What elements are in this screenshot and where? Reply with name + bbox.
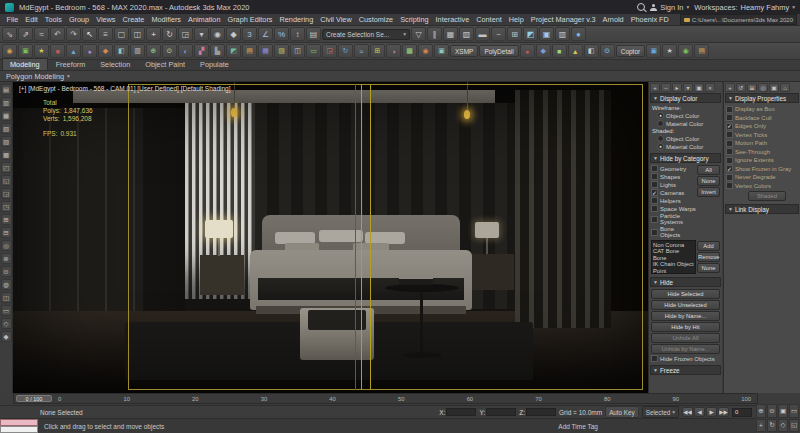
z-field[interactable] <box>526 408 556 416</box>
radio-icon[interactable] <box>657 120 664 127</box>
checkbox[interactable] <box>726 174 733 181</box>
menu-item[interactable]: Views <box>93 15 119 24</box>
toolbar2-icon[interactable]: ▙ <box>210 44 225 58</box>
bind-to-spacewarp-icon[interactable]: ≈ <box>34 27 49 41</box>
panel-button-disabled[interactable]: Unhide All <box>651 333 720 343</box>
panel-button[interactable]: Remove <box>697 252 720 262</box>
checkbox[interactable] <box>726 114 733 121</box>
polygon-modeling-strip[interactable]: Polygon Modeling ▾ <box>0 71 800 82</box>
side-toolbar-icon[interactable]: ▩ <box>1 149 12 160</box>
schematic-view-icon[interactable]: ⊞ <box>507 27 522 41</box>
checkbox[interactable] <box>726 182 733 189</box>
menu-item[interactable]: Scripting <box>397 15 432 24</box>
add-time-tag[interactable]: Add Time Tag <box>558 423 598 430</box>
maxscript-mini-listener-pink[interactable] <box>0 419 38 426</box>
panel-button-disabled[interactable]: Unhide by Name... <box>651 344 720 354</box>
workspace-selector[interactable]: Workspaces: Heamy Fahmy ▾ <box>694 3 795 12</box>
side-toolbar-icon[interactable]: ▤ <box>1 84 12 95</box>
layer-explorer-icon[interactable]: ▧ <box>459 27 474 41</box>
sign-in-button[interactable]: Sign In ▾ <box>650 3 689 12</box>
menu-item[interactable]: Animation <box>185 15 224 24</box>
side-toolbar-icon[interactable]: ▦ <box>1 110 12 121</box>
select-object-icon[interactable]: ↖ <box>82 27 97 41</box>
menu-item[interactable]: Group <box>65 15 92 24</box>
panel-button[interactable]: Hide Selected <box>651 289 720 299</box>
side-toolbar-icon[interactable]: ▭ <box>1 305 12 316</box>
menu-item[interactable]: Modifiers <box>148 15 185 24</box>
tab-object-paint[interactable]: Object Paint <box>138 59 192 70</box>
reference-coordinate-icon[interactable]: ▾ <box>194 27 209 41</box>
panel-toolbar-icon[interactable]: + <box>650 83 660 92</box>
toolbar2-icon[interactable]: ▦ <box>258 44 273 58</box>
property-row[interactable]: ✓ Show Frozen in Gray <box>726 165 798 172</box>
menu-item[interactable]: Civil View <box>317 15 356 24</box>
toolbar2-icon[interactable]: ◫ <box>290 44 305 58</box>
window-crossing-icon[interactable]: ◫ <box>130 27 145 41</box>
search-icon[interactable] <box>637 3 645 11</box>
listbox-item[interactable]: Point <box>653 268 694 274</box>
property-row[interactable]: Display as Box <box>726 106 798 113</box>
side-toolbar-icon[interactable]: ◱ <box>1 175 12 186</box>
panel-toolbar-icon[interactable]: × <box>705 83 715 92</box>
track-bar[interactable]: 0 / 100 0102030405060708090100 <box>13 393 758 404</box>
category-listbox[interactable]: Non CoronaCAT BoneBoneIK Chain ObjectPoi… <box>651 240 696 274</box>
toolbar2-icon[interactable]: ■ <box>552 44 567 58</box>
render-setup-icon[interactable]: ▣ <box>539 27 554 41</box>
radio-option[interactable]: Material Color <box>657 120 720 127</box>
utilities-tab-icon[interactable]: ⌂ <box>780 83 790 92</box>
property-row[interactable]: See-Through <box>726 148 798 155</box>
toolbar2-icon[interactable]: ⊞ <box>370 44 385 58</box>
menu-item[interactable]: Create <box>119 15 148 24</box>
unlink-selection-icon[interactable]: ⇗ <box>18 27 33 41</box>
toolbar2-icon[interactable]: ● <box>82 44 97 58</box>
toolbar2-icon[interactable]: ▣ <box>646 44 661 58</box>
menu-item[interactable]: Customize <box>355 15 396 24</box>
y-field[interactable] <box>486 408 516 416</box>
toolbar2-icon[interactable]: ▣ <box>434 44 449 58</box>
toolbar2-icon[interactable]: ▥ <box>130 44 145 58</box>
coordinate-y[interactable]: Y: <box>479 408 516 416</box>
mirror-icon[interactable]: ▽ <box>411 27 426 41</box>
panel-toolbar-icon[interactable]: − <box>661 83 671 92</box>
create-tab-icon[interactable]: + <box>725 83 735 92</box>
checkbox[interactable] <box>726 140 733 147</box>
hierarchy-tab-icon[interactable]: ⊞ <box>747 83 757 92</box>
menu-item[interactable]: Help <box>505 15 527 24</box>
checkbox[interactable] <box>726 148 733 155</box>
side-toolbar-icon[interactable]: ◍ <box>1 279 12 290</box>
tab-populate[interactable]: Populate <box>193 59 236 70</box>
rollout-freeze[interactable]: ▼ Freeze <box>650 365 721 375</box>
toolbar2-icon[interactable]: ★ <box>662 44 677 58</box>
toolbar2-icon[interactable]: ↻ <box>338 44 353 58</box>
fov-icon[interactable]: ◇ <box>778 419 788 433</box>
category-row[interactable]: Space Warps <box>651 205 696 212</box>
panel-button[interactable]: Hide by Name... <box>651 311 720 321</box>
panel-button[interactable]: Hide Unselected <box>651 300 720 310</box>
xsmp-button[interactable]: XSMP <box>450 45 478 57</box>
use-pivot-center-icon[interactable]: ◉ <box>210 27 225 41</box>
toolbar2-icon[interactable]: ◑ <box>386 44 401 58</box>
zoom-all-icon[interactable]: ⊙ <box>767 404 777 418</box>
toolbar2-icon[interactable]: ▩ <box>402 44 417 58</box>
maximize-viewport-icon[interactable]: ◱ <box>789 419 799 433</box>
toolbar2-icon[interactable]: ★ <box>34 44 49 58</box>
menu-item[interactable]: Interactive <box>432 15 473 24</box>
checkbox[interactable] <box>651 165 658 172</box>
side-toolbar-icon[interactable]: ⊙ <box>1 266 12 277</box>
checkbox[interactable] <box>651 181 658 188</box>
panel-button[interactable]: Hide by Hit <box>651 322 720 332</box>
go-to-start-icon[interactable]: ◀◀ <box>682 407 693 417</box>
panel-toolbar-icon[interactable]: ▣ <box>694 83 704 92</box>
checkbox[interactable] <box>651 205 658 212</box>
panel-button[interactable]: Invert <box>697 187 720 197</box>
side-toolbar-icon[interactable]: ▥ <box>1 97 12 108</box>
toolbar2-icon[interactable]: ◉ <box>418 44 433 58</box>
radio-option[interactable]: ● Material Color <box>657 143 720 150</box>
property-row[interactable]: ✓ Edges Only <box>726 123 798 130</box>
x-field[interactable] <box>446 408 476 416</box>
prev-frame-icon[interactable]: ◀ <box>694 407 705 417</box>
pan-icon[interactable]: + <box>756 419 766 433</box>
side-toolbar-icon[interactable]: ◰ <box>1 162 12 173</box>
menu-item[interactable]: Edit <box>22 15 42 24</box>
property-row[interactable]: Motion Path <box>726 140 798 147</box>
